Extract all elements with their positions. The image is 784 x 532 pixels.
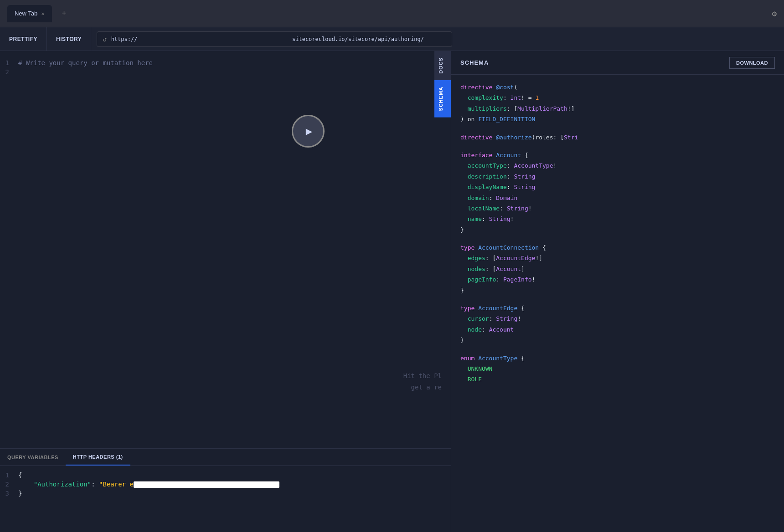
line-content-1: # Write your query or mutation here: [18, 59, 153, 66]
schema-panel: SCHEMA DOWNLOAD directive @cost( complex…: [451, 51, 784, 532]
bottom-line-number-2: 2: [0, 481, 18, 488]
bottom-tabs: QUERY VARIABLES HTTP HEADERS (1): [0, 449, 451, 466]
gear-icon[interactable]: ⚙: [772, 9, 777, 18]
prettify-button[interactable]: PRETTIFY: [0, 27, 47, 51]
history-button[interactable]: HISTORY: [47, 27, 91, 51]
play-icon: ▶: [306, 125, 312, 138]
directive-cost-block: directive @cost( complexity: Int! = 1 mu…: [460, 82, 775, 125]
enum-account-type-block: enum AccountType { UNKNOWN ROLE: [460, 353, 775, 385]
type-account-edge-block: type AccountEdge { cursor: String! node:…: [460, 303, 775, 346]
bottom-line-content-3: }: [18, 490, 22, 497]
bottom-panel: QUERY VARIABLES HTTP HEADERS (1) 1 { 2 "…: [0, 448, 451, 532]
code-line-1: 1 # Write your query or mutation here: [0, 58, 451, 67]
bottom-line-number-3: 3: [0, 490, 18, 497]
line-number-1: 1: [0, 59, 18, 66]
bottom-line-3: 3 }: [0, 489, 451, 498]
schema-content: directive @cost( complexity: Int! = 1 mu…: [451, 75, 784, 532]
code-line-2: 2: [0, 67, 451, 77]
http-headers-tab[interactable]: HTTP HEADERS (1): [66, 449, 130, 466]
query-variables-tab[interactable]: QUERY VARIABLES: [0, 449, 66, 466]
interface-account-block: interface Account { accountType: Account…: [460, 150, 775, 235]
bottom-line-number-1: 1: [0, 471, 18, 479]
result-hint-line2: get a re: [403, 382, 442, 393]
schema-header: SCHEMA DOWNLOAD: [451, 51, 784, 75]
play-button[interactable]: ▶: [292, 115, 325, 148]
type-account-connection-block: type AccountConnection { edges: [Account…: [460, 242, 775, 296]
browser-chrome: New Tab ✕ + ⚙: [0, 0, 784, 27]
editor-panel: 1 # Write your query or mutation here 2 …: [0, 51, 451, 532]
url-bar[interactable]: ↺ https:// sitecorecloud.io/sitecore/api…: [97, 31, 452, 47]
url-text: https:// sitecorecloud.io/sitecore/api/a…: [111, 36, 447, 42]
new-tab-button[interactable]: +: [57, 7, 71, 20]
refresh-icon[interactable]: ↺: [103, 36, 106, 43]
result-hint: Hit the Pl get a re: [403, 370, 442, 393]
redacted-token: [134, 481, 279, 488]
schema-tab[interactable]: SCHEMA: [434, 80, 451, 118]
auth-key: "Authorization": [18, 481, 91, 488]
schema-title: SCHEMA: [460, 59, 489, 66]
editor-area[interactable]: 1 # Write your query or mutation here 2 …: [0, 51, 451, 448]
active-tab[interactable]: New Tab ✕: [7, 5, 52, 22]
bottom-line-content-1: {: [18, 471, 22, 479]
tab-title: New Tab: [15, 10, 37, 17]
bottom-line-content-2: "Authorization": "Bearer e: [18, 481, 279, 488]
main-layout: 1 # Write your query or mutation here 2 …: [0, 51, 784, 532]
docs-tab[interactable]: DOCS: [434, 51, 451, 80]
toolbar: PRETTIFY HISTORY ↺ https:// sitecoreclou…: [0, 27, 784, 51]
bottom-line-2: 2 "Authorization": "Bearer e: [0, 480, 451, 489]
directive-authorize-block: directive @authorize(roles: [Stri: [460, 132, 775, 143]
download-button[interactable]: DOWNLOAD: [729, 57, 775, 69]
bottom-line-1: 1 {: [0, 471, 451, 480]
vertical-tabs: DOCS SCHEMA: [434, 51, 451, 117]
bottom-code-area[interactable]: 1 { 2 "Authorization": "Bearer e 3 }: [0, 466, 451, 532]
result-hint-line1: Hit the Pl: [403, 370, 442, 382]
tab-close-icon[interactable]: ✕: [41, 10, 44, 17]
line-number-2: 2: [0, 68, 18, 76]
